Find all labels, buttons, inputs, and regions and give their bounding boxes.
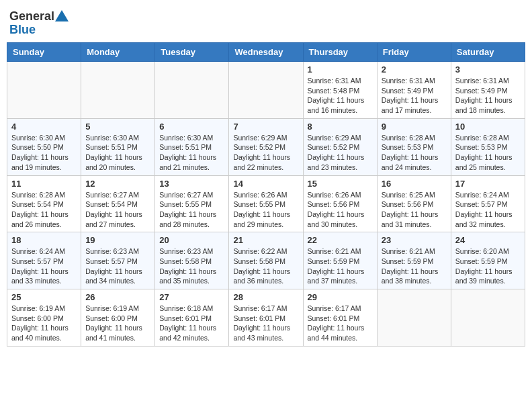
calendar-cell: 1Sunrise: 6:31 AM Sunset: 5:48 PM Daylig… — [303, 62, 377, 119]
day-info: Sunrise: 6:21 AM Sunset: 5:59 PM Dayligh… — [382, 246, 447, 286]
calendar-table: SundayMondayTuesdayWednesdayThursdayFrid… — [7, 42, 525, 347]
day-info: Sunrise: 6:24 AM Sunset: 5:57 PM Dayligh… — [455, 190, 521, 230]
day-header-friday: Friday — [377, 43, 451, 62]
calendar-cell: 17Sunrise: 6:24 AM Sunset: 5:57 PM Dayli… — [451, 175, 525, 232]
day-info: Sunrise: 6:17 AM Sunset: 6:01 PM Dayligh… — [308, 304, 373, 343]
day-number: 20 — [159, 235, 224, 245]
day-info: Sunrise: 6:27 AM Sunset: 5:54 PM Dayligh… — [85, 190, 150, 230]
calendar-cell: 28Sunrise: 6:17 AM Sunset: 6:01 PM Dayli… — [229, 289, 303, 347]
day-number: 13 — [159, 179, 224, 189]
day-info: Sunrise: 6:19 AM Sunset: 6:00 PM Dayligh… — [85, 304, 150, 343]
day-info: Sunrise: 6:19 AM Sunset: 6:00 PM Dayligh… — [11, 304, 77, 343]
svg-marker-2 — [55, 10, 69, 21]
day-number: 22 — [308, 235, 373, 245]
logo: GeneralBlue — [9, 7, 70, 37]
day-number: 15 — [308, 179, 373, 189]
calendar-cell: 22Sunrise: 6:21 AM Sunset: 5:59 PM Dayli… — [303, 232, 377, 289]
calendar-cell: 20Sunrise: 6:23 AM Sunset: 5:58 PM Dayli… — [155, 232, 229, 289]
day-info: Sunrise: 6:29 AM Sunset: 5:52 PM Dayligh… — [233, 133, 298, 173]
calendar-cell: 18Sunrise: 6:24 AM Sunset: 5:57 PM Dayli… — [7, 232, 81, 289]
day-info: Sunrise: 6:24 AM Sunset: 5:57 PM Dayligh… — [11, 246, 77, 286]
day-number: 17 — [455, 179, 521, 189]
day-info: Sunrise: 6:31 AM Sunset: 5:49 PM Dayligh… — [382, 76, 447, 116]
day-info: Sunrise: 6:30 AM Sunset: 5:51 PM Dayligh… — [85, 133, 150, 173]
day-info: Sunrise: 6:31 AM Sunset: 5:48 PM Dayligh… — [308, 76, 373, 116]
calendar-week-row: 4Sunrise: 6:30 AM Sunset: 5:50 PM Daylig… — [7, 118, 525, 175]
svg-text:Blue: Blue — [9, 23, 36, 36]
day-number: 6 — [159, 122, 224, 132]
day-info: Sunrise: 6:22 AM Sunset: 5:58 PM Dayligh… — [233, 246, 298, 286]
calendar-cell — [155, 62, 229, 119]
calendar-cell: 12Sunrise: 6:27 AM Sunset: 5:54 PM Dayli… — [81, 175, 155, 232]
day-info: Sunrise: 6:25 AM Sunset: 5:56 PM Dayligh… — [382, 190, 447, 230]
calendar-cell: 24Sunrise: 6:20 AM Sunset: 5:59 PM Dayli… — [451, 232, 525, 289]
day-number: 19 — [85, 235, 150, 245]
calendar-cell: 25Sunrise: 6:19 AM Sunset: 6:00 PM Dayli… — [7, 289, 81, 347]
day-number: 27 — [159, 292, 224, 302]
calendar-cell: 7Sunrise: 6:29 AM Sunset: 5:52 PM Daylig… — [229, 118, 303, 175]
calendar-cell: 6Sunrise: 6:30 AM Sunset: 5:51 PM Daylig… — [155, 118, 229, 175]
calendar-cell: 4Sunrise: 6:30 AM Sunset: 5:50 PM Daylig… — [7, 118, 81, 175]
calendar-cell: 19Sunrise: 6:23 AM Sunset: 5:57 PM Dayli… — [81, 232, 155, 289]
day-number: 14 — [233, 179, 298, 189]
calendar-cell: 11Sunrise: 6:28 AM Sunset: 5:54 PM Dayli… — [7, 175, 81, 232]
day-info: Sunrise: 6:23 AM Sunset: 5:58 PM Dayligh… — [159, 246, 224, 286]
day-info: Sunrise: 6:28 AM Sunset: 5:53 PM Dayligh… — [382, 133, 447, 173]
day-number: 26 — [85, 292, 150, 302]
day-info: Sunrise: 6:26 AM Sunset: 5:56 PM Dayligh… — [308, 190, 373, 230]
day-number: 5 — [85, 122, 150, 132]
day-number: 21 — [233, 235, 298, 245]
calendar-cell: 21Sunrise: 6:22 AM Sunset: 5:58 PM Dayli… — [229, 232, 303, 289]
calendar-week-row: 25Sunrise: 6:19 AM Sunset: 6:00 PM Dayli… — [7, 289, 525, 347]
calendar-cell: 27Sunrise: 6:18 AM Sunset: 6:01 PM Dayli… — [155, 289, 229, 347]
calendar-cell — [377, 289, 451, 347]
day-number: 16 — [382, 179, 447, 189]
calendar-week-row: 11Sunrise: 6:28 AM Sunset: 5:54 PM Dayli… — [7, 175, 525, 232]
calendar-cell — [229, 62, 303, 119]
svg-text:General: General — [9, 9, 54, 23]
calendar-cell: 10Sunrise: 6:28 AM Sunset: 5:53 PM Dayli… — [451, 118, 525, 175]
day-number: 8 — [308, 122, 373, 132]
page-header: GeneralBlue — [7, 7, 525, 37]
calendar-cell: 26Sunrise: 6:19 AM Sunset: 6:00 PM Dayli… — [81, 289, 155, 347]
calendar-cell: 3Sunrise: 6:31 AM Sunset: 5:49 PM Daylig… — [451, 62, 525, 119]
calendar-cell — [7, 62, 81, 119]
day-info: Sunrise: 6:26 AM Sunset: 5:55 PM Dayligh… — [233, 190, 298, 230]
calendar-week-row: 18Sunrise: 6:24 AM Sunset: 5:57 PM Dayli… — [7, 232, 525, 289]
calendar-cell: 8Sunrise: 6:29 AM Sunset: 5:52 PM Daylig… — [303, 118, 377, 175]
day-number: 7 — [233, 122, 298, 132]
day-number: 28 — [233, 292, 298, 302]
calendar-cell: 16Sunrise: 6:25 AM Sunset: 5:56 PM Dayli… — [377, 175, 451, 232]
calendar-cell: 14Sunrise: 6:26 AM Sunset: 5:55 PM Dayli… — [229, 175, 303, 232]
calendar-cell — [81, 62, 155, 119]
day-number: 9 — [382, 122, 447, 132]
day-number: 23 — [382, 235, 447, 245]
day-header-tuesday: Tuesday — [155, 43, 229, 62]
calendar-cell: 5Sunrise: 6:30 AM Sunset: 5:51 PM Daylig… — [81, 118, 155, 175]
calendar-cell: 2Sunrise: 6:31 AM Sunset: 5:49 PM Daylig… — [377, 62, 451, 119]
logo-svg: GeneralBlue — [9, 7, 70, 37]
day-info: Sunrise: 6:30 AM Sunset: 5:51 PM Dayligh… — [159, 133, 224, 173]
day-info: Sunrise: 6:20 AM Sunset: 5:59 PM Dayligh… — [455, 246, 521, 286]
calendar-header-row: SundayMondayTuesdayWednesdayThursdayFrid… — [7, 43, 525, 62]
day-number: 24 — [455, 235, 521, 245]
day-number: 1 — [308, 64, 373, 75]
day-info: Sunrise: 6:23 AM Sunset: 5:57 PM Dayligh… — [85, 246, 150, 286]
day-number: 25 — [11, 292, 77, 302]
day-info: Sunrise: 6:21 AM Sunset: 5:59 PM Dayligh… — [308, 246, 373, 286]
day-info: Sunrise: 6:18 AM Sunset: 6:01 PM Dayligh… — [159, 304, 224, 343]
calendar-week-row: 1Sunrise: 6:31 AM Sunset: 5:48 PM Daylig… — [7, 62, 525, 119]
day-number: 18 — [11, 235, 77, 245]
day-info: Sunrise: 6:30 AM Sunset: 5:50 PM Dayligh… — [11, 133, 77, 173]
day-info: Sunrise: 6:28 AM Sunset: 5:53 PM Dayligh… — [455, 133, 521, 173]
day-number: 2 — [382, 64, 447, 75]
day-header-wednesday: Wednesday — [229, 43, 303, 62]
calendar-cell: 15Sunrise: 6:26 AM Sunset: 5:56 PM Dayli… — [303, 175, 377, 232]
day-number: 29 — [308, 292, 373, 302]
calendar-cell: 23Sunrise: 6:21 AM Sunset: 5:59 PM Dayli… — [377, 232, 451, 289]
day-header-saturday: Saturday — [451, 43, 525, 62]
day-number: 4 — [11, 122, 77, 132]
calendar-cell: 13Sunrise: 6:27 AM Sunset: 5:55 PM Dayli… — [155, 175, 229, 232]
calendar-cell: 29Sunrise: 6:17 AM Sunset: 6:01 PM Dayli… — [303, 289, 377, 347]
day-header-thursday: Thursday — [303, 43, 377, 62]
